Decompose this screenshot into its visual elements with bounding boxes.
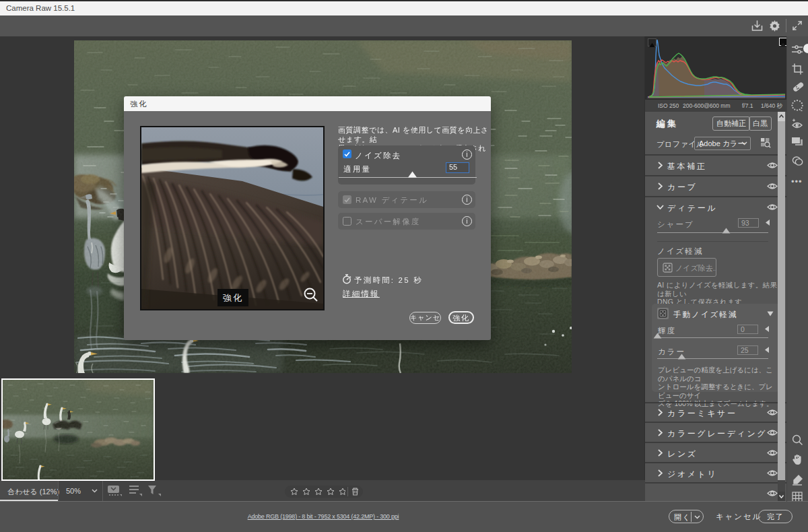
svg-text:強化: 強化 bbox=[223, 293, 243, 303]
